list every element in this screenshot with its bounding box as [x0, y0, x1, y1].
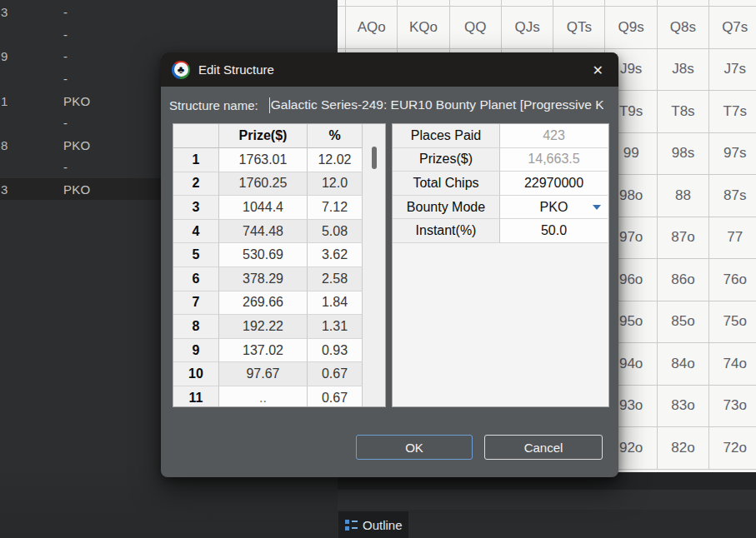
- percent-value-cell[interactable]: 7.12: [308, 196, 363, 220]
- prize-value-cell[interactable]: ..: [219, 386, 308, 407]
- hand-cell-98s[interactable]: 98s: [658, 133, 709, 176]
- hand-cell-QJs[interactable]: QJs: [502, 7, 553, 49]
- list-item-number: 8: [1, 137, 8, 152]
- outline-tab[interactable]: Outline: [338, 511, 408, 538]
- info-label-total-chips: Total Chips: [393, 172, 500, 196]
- percent-value-cell[interactable]: 0.67: [308, 386, 363, 407]
- panel-divider-band: [338, 490, 756, 510]
- prize-row-number: 6: [173, 267, 219, 291]
- hand-cell-empty: [450, 0, 502, 7]
- structure-name-input[interactable]: Galactic Series-249: EUR10 Bounty Planet…: [271, 97, 604, 112]
- prize-value-cell[interactable]: 1760.25: [219, 172, 308, 197]
- hand-cell-87o[interactable]: 87o: [658, 217, 709, 260]
- hand-cell-88[interactable]: 88: [658, 175, 709, 217]
- dialog-title: Edit Structure: [198, 62, 274, 77]
- prize-table-header: Prize($): [219, 124, 308, 148]
- list-item-bounty-type: -: [63, 160, 68, 174]
- info-label-places-paid: Places Paid: [393, 124, 500, 148]
- list-item-number: 9: [1, 49, 8, 63]
- hand-cell-J8s[interactable]: J8s: [658, 49, 709, 92]
- hand-cell-QTs[interactable]: QTs: [553, 7, 605, 49]
- percent-value-cell[interactable]: 3.62: [308, 243, 363, 267]
- hand-cell-Q7s[interactable]: Q7s: [709, 7, 756, 49]
- prize-value-cell[interactable]: 192.22: [219, 315, 308, 339]
- prize-row-number: 10: [173, 362, 219, 386]
- list-item[interactable]: -: [0, 23, 338, 46]
- prize-row-number: 3: [173, 196, 219, 220]
- prize-table-scrollbar[interactable]: [363, 124, 385, 406]
- prize-row-number: 9: [173, 339, 219, 363]
- prize-value-cell[interactable]: 744.48: [219, 220, 308, 244]
- list-item[interactable]: 3-: [0, 1, 338, 23]
- outline-tab-label: Outline: [363, 518, 403, 532]
- chevron-down-icon[interactable]: [593, 205, 601, 210]
- hand-cell-86o[interactable]: 86o: [658, 259, 709, 301]
- hand-cell-KQo[interactable]: KQo: [398, 7, 449, 49]
- info-value-field: 14,663.5: [500, 148, 608, 172]
- scrollbar-thumb[interactable]: [372, 147, 377, 169]
- close-icon[interactable]: ✕: [589, 60, 607, 79]
- percent-value-cell[interactable]: 0.93: [308, 339, 363, 363]
- info-value-field[interactable]: 22970000: [500, 172, 608, 196]
- list-item-bounty-type: -: [63, 27, 68, 41]
- list-item-number: 1: [1, 93, 8, 107]
- prize-value-cell[interactable]: 530.69: [219, 243, 308, 267]
- hand-cell-85o[interactable]: 85o: [658, 301, 709, 344]
- ok-button[interactable]: OK: [356, 435, 473, 460]
- percent-value-cell[interactable]: 12.02: [308, 148, 363, 172]
- prize-value-cell[interactable]: 269.66: [219, 291, 308, 316]
- info-value-field[interactable]: 50.0: [500, 219, 608, 243]
- prize-table-header: %: [308, 124, 363, 148]
- hand-cell-77[interactable]: 77: [709, 217, 756, 260]
- percent-value-cell[interactable]: 2.58: [308, 267, 363, 291]
- percent-value-cell[interactable]: 1.84: [308, 291, 363, 316]
- hand-cell-T8s[interactable]: T8s: [658, 91, 709, 133]
- prize-value-cell[interactable]: 97.67: [219, 362, 308, 386]
- prize-value-cell[interactable]: 1044.4: [219, 196, 308, 220]
- bottom-panel: Outline: [338, 510, 756, 538]
- prize-row-number: 11: [173, 386, 219, 407]
- hand-cell-T7s[interactable]: T7s: [709, 91, 756, 133]
- percent-value-cell[interactable]: 12.0: [308, 172, 363, 197]
- hand-cell-75o[interactable]: 75o: [709, 301, 756, 344]
- edit-structure-dialog: ♣ Edit Structure ✕ Structure name: Galac…: [161, 52, 618, 477]
- hand-cell-Q8s[interactable]: Q8s: [658, 7, 709, 49]
- structure-name-row: Structure name: Galactic Series-249: EUR…: [161, 87, 618, 123]
- info-label-prizes-: Prizes($): [393, 148, 500, 172]
- hand-cell-AQo[interactable]: AQo: [346, 7, 398, 49]
- hand-cell-87s[interactable]: 87s: [709, 175, 756, 217]
- prize-value-cell[interactable]: 1763.01: [219, 148, 308, 172]
- cancel-button[interactable]: Cancel: [484, 435, 603, 460]
- info-table-panel: Places Paid423Prizes($)14,663.5Total Chi…: [392, 123, 609, 407]
- hand-cell-72o[interactable]: 72o: [709, 427, 756, 470]
- dialog-titlebar[interactable]: ♣ Edit Structure ✕: [161, 52, 618, 87]
- hand-cell-76o[interactable]: 76o: [709, 259, 756, 301]
- prize-row-number: 8: [173, 315, 219, 339]
- list-item-number: 3: [1, 182, 8, 197]
- list-item-bounty-type: PKO: [63, 93, 91, 107]
- hand-cell-empty: [346, 0, 398, 7]
- hand-cell-empty: [709, 0, 756, 7]
- prize-row-number: 7: [173, 291, 219, 316]
- hand-cell-empty: [553, 0, 605, 7]
- info-value-field[interactable]: PKO: [500, 196, 608, 220]
- prize-row-number: 4: [173, 220, 219, 244]
- club-logo-icon: ♣: [172, 61, 190, 79]
- percent-value-cell[interactable]: 5.08: [308, 220, 363, 244]
- prize-value-cell[interactable]: 378.29: [219, 267, 308, 291]
- hand-cell-97s[interactable]: 97s: [709, 133, 756, 176]
- hand-cell-J7s[interactable]: J7s: [709, 49, 756, 92]
- percent-value-cell[interactable]: 1.31: [308, 315, 363, 339]
- info-table: Places Paid423Prizes($)14,663.5Total Chi…: [393, 124, 608, 243]
- hand-cell-73o[interactable]: 73o: [709, 386, 756, 428]
- hand-cell-empty: [338, 0, 346, 7]
- hand-cell-QQ[interactable]: QQ: [450, 7, 502, 49]
- hand-cell-84o[interactable]: 84o: [658, 343, 709, 386]
- hand-cell-83o[interactable]: 83o: [658, 386, 709, 428]
- list-item-bounty-type: PKO: [63, 182, 91, 197]
- hand-cell-Q9s[interactable]: Q9s: [605, 7, 657, 49]
- hand-cell-82o[interactable]: 82o: [658, 427, 709, 470]
- hand-cell-74o[interactable]: 74o: [709, 343, 756, 386]
- percent-value-cell[interactable]: 0.67: [308, 362, 363, 386]
- prize-value-cell[interactable]: 137.02: [219, 339, 308, 363]
